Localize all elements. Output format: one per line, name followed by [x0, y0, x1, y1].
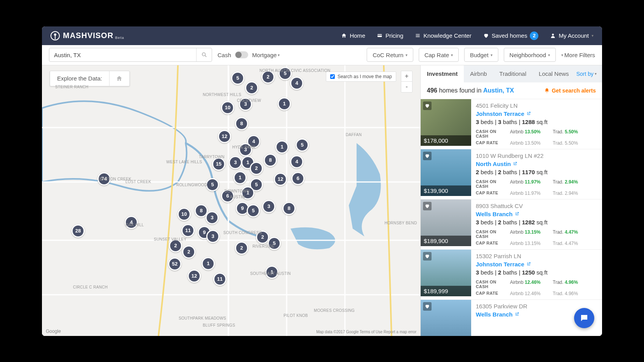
map-cluster-marker[interactable]: 5 [296, 138, 309, 152]
external-link-icon [515, 312, 519, 317]
zoom-in-button[interactable]: + [401, 71, 412, 82]
map-view[interactable]: Explore the Data: Search as I move the m… [42, 65, 420, 336]
svg-point-5 [202, 53, 205, 56]
map-cluster-marker[interactable]: 2 [245, 81, 258, 94]
map-cluster-marker[interactable]: 10 [221, 101, 234, 114]
listing-thumb[interactable]: $189,900 [421, 199, 471, 246]
map-cluster-marker[interactable]: 12 [218, 130, 231, 143]
map-cluster-marker[interactable]: 1 [278, 97, 291, 110]
map-cluster-marker[interactable]: 3 [229, 156, 242, 169]
chat-button[interactable] [574, 308, 594, 328]
tab-airbnb[interactable]: Airbnb [464, 65, 493, 82]
get-alerts-link[interactable]: Get search alerts [544, 87, 596, 94]
filter-neighborhood[interactable]: Neighborhood▾ [504, 48, 556, 62]
search-as-move-toggle[interactable]: Search as I move the map [326, 72, 396, 82]
map-cluster-marker[interactable]: 1 [265, 266, 278, 279]
map-cluster-marker[interactable]: 5 [231, 72, 244, 85]
listing-row[interactable]: $189,900 8903 Shattuck CV Wells Branch 3… [421, 199, 602, 249]
map-cluster-marker[interactable]: 1 [241, 186, 254, 199]
map-cluster-marker[interactable]: 2 [261, 70, 275, 84]
listing-row[interactable]: $189,999 15302 Parrish LN Johnston Terra… [421, 249, 602, 299]
map-cluster-marker[interactable]: 3 [262, 200, 275, 213]
nav-knowledge[interactable]: Knowledge Center [415, 32, 471, 39]
location-input[interactable] [49, 52, 196, 58]
map-cluster-marker[interactable]: 1 [202, 257, 215, 270]
map-cluster-marker[interactable]: 6 [221, 189, 234, 203]
favorite-button[interactable] [423, 252, 432, 261]
sort-by-dropdown[interactable]: Sort by▾ [576, 71, 597, 77]
nav-pricing[interactable]: Pricing [377, 32, 403, 39]
financing-toggle-group: Cash Mortgage▾ [218, 51, 280, 58]
listing-thumb[interactable]: $139,900 [421, 149, 471, 196]
heart-icon [425, 103, 430, 108]
favorite-button[interactable] [423, 302, 432, 311]
more-filters[interactable]: ▾More Filters [561, 52, 595, 58]
map-cluster-marker[interactable]: 8 [282, 202, 296, 215]
map-cluster-marker[interactable]: 8 [235, 117, 248, 130]
explore-home-button[interactable] [109, 71, 129, 86]
map-cluster-marker[interactable]: 52 [168, 257, 181, 271]
map-cluster-marker[interactable]: 2 [235, 241, 248, 255]
listing-neighborhood-link[interactable]: North Austin [476, 161, 597, 167]
caret-down-icon: ▾ [592, 33, 594, 38]
nav-home[interactable]: Home [341, 32, 365, 39]
tab-investment[interactable]: Investment [421, 65, 464, 82]
external-link-icon [513, 161, 517, 166]
favorite-button[interactable] [423, 202, 432, 210]
nav-saved-homes[interactable]: Saved homes 2 [483, 31, 539, 40]
tab-traditional[interactable]: Traditional [493, 65, 533, 82]
listing-thumb[interactable]: $189,999 [421, 250, 471, 296]
map-cluster-marker[interactable]: 5 [206, 178, 219, 191]
map-cluster-marker[interactable]: 8 [264, 154, 277, 167]
map-cluster-marker[interactable]: 3 [205, 211, 219, 224]
listing-row[interactable]: $139,900 1010 W Rundberg LN #22 North Au… [421, 149, 602, 199]
listing-thumb[interactable]: $178,000 [421, 99, 471, 146]
filter-budget[interactable]: Budget▾ [464, 48, 498, 62]
mortgage-dropdown[interactable]: Mortgage▾ [252, 52, 280, 58]
filter-cap-rate[interactable]: Cap Rate▾ [419, 48, 459, 62]
map-cluster-marker[interactable]: 10 [178, 208, 191, 221]
map-cluster-marker[interactable]: 6 [291, 172, 305, 185]
listing-neighborhood-link[interactable]: Johnston Terrace [476, 261, 597, 268]
map-cluster-marker[interactable]: 1 [275, 140, 289, 154]
listing-row[interactable]: $178,000 4501 Felicity LN Johnston Terra… [421, 99, 602, 149]
map-cluster-marker[interactable]: 1 [233, 171, 247, 184]
search-button[interactable] [196, 48, 212, 61]
favorite-button[interactable] [423, 152, 432, 160]
map-cluster-marker[interactable]: 5 [268, 237, 281, 250]
map-cluster-marker[interactable]: 12 [274, 173, 287, 186]
map-cluster-marker[interactable]: 4 [290, 77, 303, 90]
brand-logo[interactable]: MASHVISOR Beta [50, 31, 124, 40]
filter-coc-return[interactable]: CoC Return▾ [367, 48, 413, 62]
listing-neighborhood-link[interactable]: Wells Branch [476, 211, 597, 217]
search-move-checkbox[interactable] [330, 74, 335, 79]
map-cluster-marker[interactable]: 5 [278, 67, 292, 80]
map-cluster-marker[interactable]: 2 [169, 239, 182, 252]
map-cluster-marker[interactable]: 4 [290, 155, 303, 168]
favorite-button[interactable] [423, 101, 432, 110]
financing-toggle[interactable] [235, 51, 248, 58]
map-cluster-marker[interactable]: 3 [239, 143, 252, 156]
map-cluster-marker[interactable]: 11 [181, 224, 195, 237]
map-cluster-marker[interactable]: 11 [213, 273, 226, 286]
map-cluster-marker[interactable]: 15 [212, 157, 225, 171]
listing-thumb[interactable] [421, 300, 471, 336]
bell-icon [544, 88, 550, 93]
home-icon [341, 33, 347, 38]
listings-list[interactable]: $178,000 4501 Felicity LN Johnston Terra… [421, 99, 602, 336]
nav-account[interactable]: My Account ▾ [550, 32, 594, 39]
map-cluster-marker[interactable]: 3 [206, 230, 219, 243]
map-cluster-marker[interactable]: 28 [71, 224, 85, 238]
map-cluster-marker[interactable]: 2 [182, 245, 195, 259]
map-cluster-marker[interactable]: 4 [125, 216, 138, 229]
map-cluster-marker[interactable]: 74 [97, 172, 111, 185]
map-cluster-marker[interactable]: 12 [188, 269, 201, 283]
map-cluster-marker[interactable]: 2 [250, 162, 263, 175]
map-cluster-marker[interactable]: 5 [247, 204, 260, 217]
map-cluster-marker[interactable]: 3 [239, 98, 252, 111]
tab-local-news[interactable]: Local News [533, 65, 575, 82]
map-cluster-marker[interactable]: 2 [256, 231, 269, 244]
zoom-out-button[interactable]: - [401, 82, 412, 92]
listing-neighborhood-link[interactable]: Johnston Terrace [476, 110, 597, 117]
home-icon [116, 75, 123, 82]
